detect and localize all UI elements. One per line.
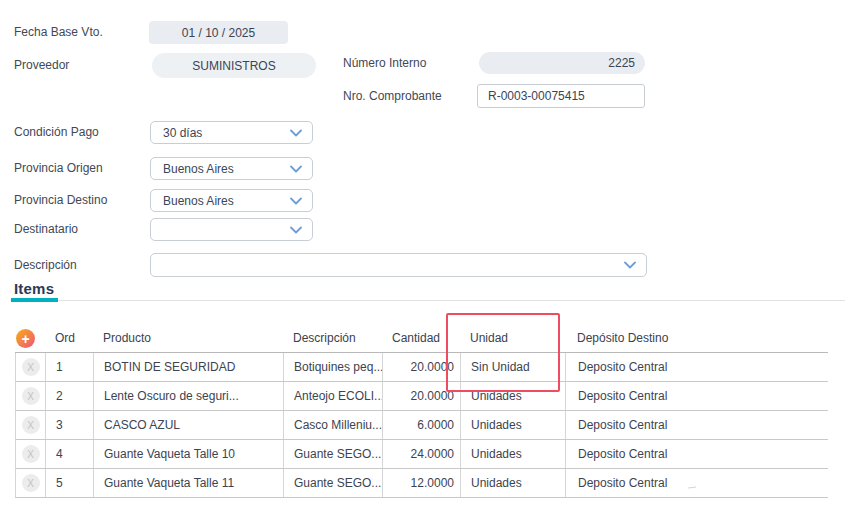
row-delete-cell: X <box>16 440 46 468</box>
col-header-producto: Producto <box>103 331 151 345</box>
provincia-destino-label: Provincia Destino <box>14 189 107 212</box>
fecha-base-label: Fecha Base Vto. <box>14 21 103 44</box>
cell-cantidad: 12.0000 <box>383 469 461 497</box>
provincia-origen-value: Buenos Aires <box>163 162 234 176</box>
table-row[interactable]: X 5 Guante Vaqueta Talle 11 Guante SEGO.… <box>15 469 828 498</box>
cell-producto: Guante Vaqueta Talle 10 <box>94 440 284 468</box>
cell-unidad: Sin Unidad <box>461 353 566 381</box>
numero-interno-label: Número Interno <box>343 52 426 74</box>
cell-deposito-destino: Deposito Central <box>566 382 828 410</box>
tab-divider <box>10 300 845 301</box>
cell-deposito-destino: Deposito Central <box>566 469 828 497</box>
provincia-origen-label: Provincia Origen <box>14 157 103 180</box>
cell-unidad: Unidades <box>461 469 566 497</box>
cell-descripcion: Anteojo ECOLI... <box>284 382 383 410</box>
proveedor-value: SUMINISTROS <box>192 59 275 73</box>
delete-row-button[interactable]: X <box>22 387 40 405</box>
cell-ord: 2 <box>46 382 94 410</box>
col-header-ord: Ord <box>55 331 75 345</box>
cell-cantidad: 24.0000 <box>383 440 461 468</box>
delete-row-button[interactable]: X <box>22 474 40 492</box>
add-item-button[interactable]: + <box>16 329 35 348</box>
purchase-receipt-form: Fecha Base Vto. 01 / 10 / 2025 Proveedor… <box>0 0 853 513</box>
numero-interno-value: 2225 <box>608 56 635 70</box>
destinatario-label: Destinatario <box>14 218 78 241</box>
cell-ord: 1 <box>46 353 94 381</box>
condicion-pago-value: 30 días <box>163 126 202 140</box>
x-icon: X <box>27 449 34 460</box>
nro-comprobante-input[interactable] <box>477 84 645 108</box>
descripcion-label: Descripción <box>14 253 77 277</box>
cell-producto: CASCO AZUL <box>94 411 284 439</box>
x-icon: X <box>27 478 34 489</box>
col-header-unidad: Unidad <box>470 331 508 345</box>
row-delete-cell: X <box>16 469 46 497</box>
provincia-destino-select[interactable]: Buenos Aires <box>150 189 313 212</box>
delete-row-button[interactable]: X <box>22 445 40 463</box>
cell-unidad: Unidades <box>461 440 566 468</box>
table-row[interactable]: X 1 BOTIN DE SEGURIDAD Botiquines peq...… <box>15 353 828 382</box>
numero-interno-field: 2225 <box>479 52 645 74</box>
cell-descripcion: Botiquines peq... <box>284 353 383 381</box>
cell-unidad: Unidades <box>461 382 566 410</box>
nro-comprobante-label: Nro. Comprobante <box>343 84 442 108</box>
chevron-down-icon <box>290 165 302 173</box>
chevron-down-icon <box>290 226 302 234</box>
table-row[interactable]: X 4 Guante Vaqueta Talle 10 Guante SEGO.… <box>15 440 828 469</box>
col-header-descripcion: Descripción <box>293 331 356 345</box>
delete-row-button[interactable]: X <box>22 416 40 434</box>
cell-deposito-destino: Deposito Central <box>566 353 828 381</box>
cell-producto: Lente Oscuro de seguri... <box>94 382 284 410</box>
proveedor-field[interactable]: SUMINISTROS <box>152 53 316 78</box>
cell-unidad: Unidades <box>461 411 566 439</box>
row-delete-cell: X <box>16 382 46 410</box>
cell-deposito-destino: Deposito Central <box>566 440 828 468</box>
cell-cantidad: 20.0000 <box>383 353 461 381</box>
cell-ord: 3 <box>46 411 94 439</box>
destinatario-select[interactable] <box>150 218 313 241</box>
cell-descripcion: Guante SEGO... <box>284 440 383 468</box>
provincia-origen-select[interactable]: Buenos Aires <box>150 157 313 180</box>
cell-ord: 4 <box>46 440 94 468</box>
proveedor-label: Proveedor <box>14 53 69 78</box>
chevron-down-icon <box>290 197 302 205</box>
cell-producto: Guante Vaqueta Talle 11 <box>94 469 284 497</box>
x-icon: X <box>27 420 34 431</box>
table-row[interactable]: X 2 Lente Oscuro de seguri... Anteojo EC… <box>15 382 828 411</box>
tab-items[interactable]: Items <box>14 280 54 297</box>
condicion-pago-label: Condición Pago <box>14 121 99 144</box>
col-header-deposito-destino: Depósito Destino <box>577 331 668 345</box>
descripcion-select[interactable] <box>150 253 647 277</box>
x-icon: X <box>27 362 34 373</box>
provincia-destino-value: Buenos Aires <box>163 194 234 208</box>
cell-deposito-destino: Deposito Central <box>566 411 828 439</box>
tab-items-active-indicator <box>11 298 58 302</box>
cell-ord: 5 <box>46 469 94 497</box>
cell-producto: BOTIN DE SEGURIDAD <box>94 353 284 381</box>
fecha-base-field[interactable]: 01 / 10 / 2025 <box>149 21 288 44</box>
table-row[interactable]: X 3 CASCO AZUL Casco Milleniu... 6.0000 … <box>15 411 828 440</box>
plus-icon: + <box>21 332 29 346</box>
fecha-base-value: 01 / 10 / 2025 <box>182 26 255 40</box>
delete-row-button[interactable]: X <box>22 358 40 376</box>
cell-descripcion: Guante SEGO... <box>284 469 383 497</box>
x-icon: X <box>27 391 34 402</box>
row-delete-cell: X <box>16 411 46 439</box>
chevron-down-icon <box>290 129 302 137</box>
cell-cantidad: 6.0000 <box>383 411 461 439</box>
row-delete-cell: X <box>16 353 46 381</box>
condicion-pago-select[interactable]: 30 días <box>150 121 313 144</box>
chevron-down-icon <box>624 261 636 269</box>
cell-cantidad: 20.0000 <box>383 382 461 410</box>
col-header-cantidad: Cantidad <box>392 331 440 345</box>
cell-descripcion: Casco Milleniu... <box>284 411 383 439</box>
